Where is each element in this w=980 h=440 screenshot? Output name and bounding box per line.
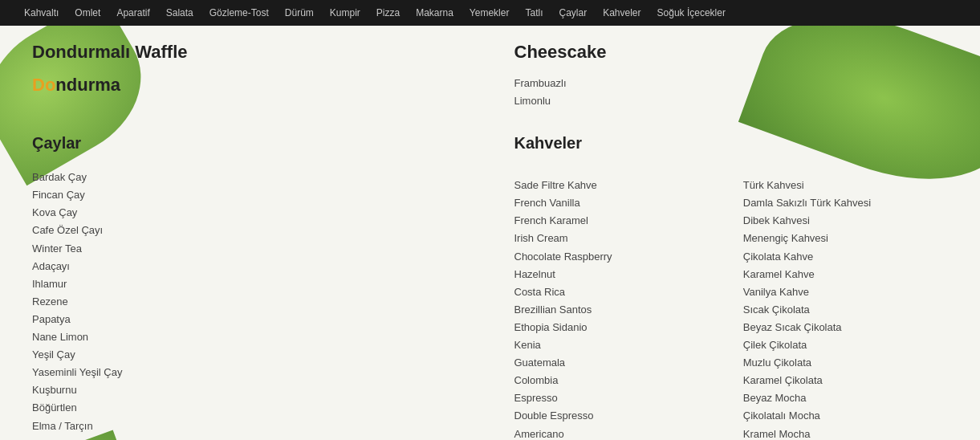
nav-item-caylar[interactable]: Çaylar <box>551 7 595 18</box>
caylar-section: Çaylar Bardak ÇayFincan ÇayKova ÇayCafe … <box>32 134 466 440</box>
waffle-title: Dondurmalı Waffle <box>32 42 466 63</box>
list-item: Rezene <box>32 293 466 311</box>
list-item: Elma / Tarçın <box>32 418 466 435</box>
list-item: Vanilya Kahve <box>743 283 948 301</box>
list-item: Menengiç Kahvesi <box>743 230 948 247</box>
top-section: Dondurmalı Waffle Dondurma Cheescake Fra… <box>32 42 948 110</box>
list-item: Winter Tea <box>32 240 466 258</box>
list-item: Brezillian Santos <box>514 301 719 319</box>
list-item: Çikolatalı Mocha <box>743 407 948 425</box>
left-column: Dondurmalı Waffle Dondurma <box>32 42 466 110</box>
list-item: Çilek Çikolata <box>743 336 948 354</box>
nav-item-durum[interactable]: Dürüm <box>277 7 322 18</box>
list-item: Çikolata Kahve <box>743 248 948 266</box>
list-item: Kramel Mocha <box>743 426 948 441</box>
kahveler-col2: Türk KahvesiDamla Sakızlı Türk KahvesiDi… <box>743 177 948 440</box>
bottom-section: Çaylar Bardak ÇayFincan ÇayKova ÇayCafe … <box>32 134 948 440</box>
list-item: French Karamel <box>514 212 719 230</box>
dondurma-title: Dondurma <box>32 75 466 96</box>
list-item: Sade Filtre Kahve <box>514 177 719 194</box>
list-item: French Vanilla <box>514 194 719 212</box>
list-item: Hazelnut <box>514 266 719 283</box>
list-item: Ihlamur <box>32 275 466 293</box>
dondurma-rest: ndurma <box>55 75 120 95</box>
kahveler-section: Kahveler Sade Filtre KahveFrench Vanilla… <box>514 134 949 440</box>
kahveler-list-1: Sade Filtre KahveFrench VanillaFrench Ka… <box>514 177 719 440</box>
list-item: Cafe Özel Çayı <box>32 222 466 239</box>
list-item: Espresso <box>514 389 719 407</box>
list-item: Nane Limon <box>32 328 466 346</box>
list-item: Muzlu Çikolata <box>743 354 948 372</box>
nav-item-salata[interactable]: Salata <box>158 7 201 18</box>
main-content: Dondurmalı Waffle Dondurma Cheescake Fra… <box>0 26 980 440</box>
list-item: Yeşil Çay <box>32 346 466 364</box>
waffle-title-text: Dondurmalı Waffle <box>32 42 188 62</box>
nav-item-soguk-icecekler[interactable]: Soğuk İçecekler <box>649 7 734 18</box>
caylar-title: Çaylar <box>32 134 466 153</box>
list-item: Yaseminli Yeşil Çay <box>32 364 466 381</box>
caylar-list: Bardak ÇayFincan ÇayKova ÇayCafe Özel Ça… <box>32 169 466 440</box>
list-item: Fincan Çay <box>32 186 466 204</box>
kahveler-list-2: Türk KahvesiDamla Sakızlı Türk KahvesiDi… <box>743 177 948 440</box>
list-item: Guatemala <box>514 354 719 372</box>
list-item: Böğürtlen <box>32 399 466 417</box>
nav-item-gozleme-tost[interactable]: Gözleme-Tost <box>201 7 277 18</box>
main-nav: KahvaltıOmletAparatifSalataGözleme-TostD… <box>0 0 980 26</box>
list-item: Colombia <box>514 372 719 389</box>
cheesecake-list: FrambuazlıLimonlu <box>514 75 949 110</box>
list-item: Frambuazlı <box>514 75 949 92</box>
nav-item-kahvalti[interactable]: Kahvaltı <box>16 7 67 18</box>
cheesecake-section: Cheescake FrambuazlıLimonlu <box>514 42 949 110</box>
list-item: Bardak Çay <box>32 169 466 186</box>
list-item: Karamel Çikolata <box>743 372 948 389</box>
list-item: Dibek Kahvesi <box>743 212 948 230</box>
nav-item-makarna[interactable]: Makarna <box>408 7 462 18</box>
nav-item-kahveler[interactable]: Kahveler <box>595 7 649 18</box>
list-item: Karamel Kahve <box>743 266 948 283</box>
list-item: Americano <box>514 426 719 441</box>
list-item: Damla Sakızlı Türk Kahvesi <box>743 194 948 212</box>
list-item: Limonlu <box>514 92 949 110</box>
list-item: Kuşburnu <box>32 381 466 399</box>
list-item: Ethopia Sidanio <box>514 319 719 336</box>
list-item: Double Espresso <box>514 407 719 425</box>
cheesecake-title: Cheescake <box>514 42 949 63</box>
nav-item-tatli[interactable]: Tatlı <box>517 7 551 18</box>
list-item: Türk Kahvesi <box>743 177 948 194</box>
list-item: Kova Çay <box>32 204 466 222</box>
dondurma-highlight: Do <box>32 75 55 95</box>
list-item: Kenia <box>514 336 719 354</box>
nav-item-pizza[interactable]: Pizza <box>368 7 408 18</box>
list-item: Elma <box>32 435 466 440</box>
list-item: Papatya <box>32 311 466 328</box>
kahveler-title: Kahveler <box>514 134 949 153</box>
nav-item-yemekler[interactable]: Yemekler <box>462 7 518 18</box>
list-item: Costa Rica <box>514 283 719 301</box>
list-item: Beyaz Sıcak Çikolata <box>743 319 948 336</box>
nav-item-kumpir[interactable]: Kumpir <box>322 7 368 18</box>
list-item: Adaçayı <box>32 258 466 275</box>
list-item: Sıcak Çikolata <box>743 301 948 319</box>
list-item: Irish Cream <box>514 230 719 247</box>
nav-item-aparatif[interactable]: Aparatif <box>108 7 157 18</box>
kahveler-col1: Sade Filtre KahveFrench VanillaFrench Ka… <box>514 177 719 440</box>
list-item: Beyaz Mocha <box>743 389 948 407</box>
nav-item-omlet[interactable]: Omlet <box>67 7 108 18</box>
list-item: Chocolate Raspberry <box>514 248 719 266</box>
